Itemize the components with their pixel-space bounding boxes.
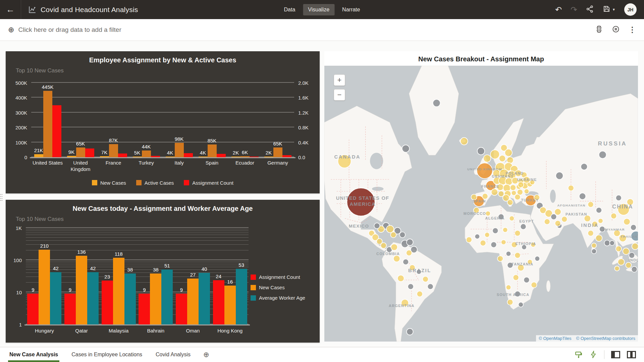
map-bubble[interactable]: [498, 191, 504, 197]
map-bubble[interactable]: [509, 216, 514, 221]
map-bubble[interactable]: [524, 189, 529, 194]
map-bubble[interactable]: [391, 244, 398, 251]
map-bubble[interactable]: [611, 213, 616, 219]
map-bubble[interactable]: [485, 232, 490, 237]
map-bubble[interactable]: [397, 275, 404, 282]
map-bubble[interactable]: [618, 259, 625, 265]
map-bubble[interactable]: [403, 259, 409, 265]
zoom-out-button[interactable]: −: [334, 89, 345, 101]
map-bubble[interactable]: [393, 255, 400, 262]
bar-active-cases[interactable]: [142, 150, 151, 157]
map-bubble[interactable]: [631, 266, 637, 272]
comments-icon[interactable]: [612, 25, 620, 35]
map-bubble[interactable]: [381, 243, 386, 248]
map-bubble[interactable]: [407, 328, 413, 335]
map-bubble[interactable]: [482, 193, 488, 199]
bar-active-cases[interactable]: [273, 147, 282, 157]
map-bubble[interactable]: [518, 182, 524, 188]
map-area[interactable]: CANADAUNITED STATES OFAMERICAMEXICOCOLOM…: [324, 66, 638, 342]
bar-assignment-count[interactable]: [282, 155, 291, 157]
undo-icon[interactable]: ↶: [555, 6, 562, 14]
bar-active-cases[interactable]: [240, 156, 250, 157]
map-bubble[interactable]: [581, 163, 588, 170]
bar-assignment-count[interactable]: [213, 280, 224, 325]
bar-assignment-count[interactable]: [184, 153, 193, 157]
map-bubble[interactable]: [624, 219, 630, 225]
bar-new-cases[interactable]: [187, 279, 199, 324]
map-bubble[interactable]: [408, 284, 414, 289]
bar-new-cases[interactable]: [76, 256, 87, 324]
bar-new-cases[interactable]: [231, 157, 240, 157]
legend-item-assignment-count[interactable]: Assignment Count: [251, 274, 300, 280]
map-bubble[interactable]: [592, 243, 597, 248]
map-bubble[interactable]: [524, 277, 529, 283]
map-bubble[interactable]: [503, 228, 508, 233]
map-bubble[interactable]: [480, 240, 486, 246]
map-bubble[interactable]: [428, 284, 433, 289]
map-bubble[interactable]: [491, 242, 496, 247]
map-bubble[interactable]: [535, 256, 540, 261]
openstreetmap-link[interactable]: © OpenStreetMap contributors: [576, 336, 636, 341]
bar-assignment-count[interactable]: [250, 157, 259, 157]
bar-average-worker-age[interactable]: [87, 272, 99, 324]
bar-assignment-count[interactable]: [102, 281, 113, 324]
map-bubble[interactable]: [475, 234, 480, 239]
share-icon[interactable]: [586, 5, 594, 14]
openmaptiles-link[interactable]: © OpenMapTiles: [539, 336, 571, 341]
map-bubble[interactable]: [386, 225, 394, 233]
map-bubble[interactable]: [592, 249, 597, 254]
map-bubble[interactable]: [506, 251, 511, 256]
map-bubble[interactable]: [626, 262, 631, 268]
map-bubble[interactable]: [616, 246, 622, 252]
map-bubble[interactable]: [505, 178, 513, 185]
bar-new-cases[interactable]: [224, 286, 236, 324]
bar-average-worker-age[interactable]: [124, 274, 136, 324]
bar-assignment-count[interactable]: [118, 154, 127, 157]
bar-assignment-count[interactable]: [176, 294, 187, 324]
map-bubble[interactable]: [499, 155, 506, 162]
map-bubble[interactable]: [604, 240, 610, 246]
legend-item-active-cases[interactable]: Active Cases: [136, 180, 174, 186]
canvas-style-icon[interactable]: [574, 351, 583, 359]
save-menu-button[interactable]: ▼: [603, 5, 615, 14]
add-canvas-button[interactable]: ⊕: [203, 351, 209, 359]
bar-new-cases[interactable]: [34, 154, 43, 157]
bar-new-cases[interactable]: [264, 157, 273, 157]
map-bubble[interactable]: [599, 151, 606, 159]
map-bubble[interactable]: [551, 214, 556, 220]
map-bubble[interactable]: [406, 250, 412, 256]
bar-new-cases[interactable]: [133, 157, 142, 157]
map-bubble[interactable]: [629, 252, 635, 258]
map-bubble[interactable]: [609, 241, 614, 246]
map-bubble[interactable]: [515, 194, 520, 200]
bar-new-cases[interactable]: [113, 258, 124, 324]
bar-assignment-count[interactable]: [85, 148, 94, 157]
map-bubble[interactable]: [544, 219, 550, 225]
bar-assignment-count[interactable]: [217, 154, 226, 157]
layout-left-panel-icon[interactable]: [611, 351, 620, 358]
map-bubble[interactable]: [507, 199, 513, 205]
map-bubble[interactable]: [588, 230, 593, 236]
bar-active-cases[interactable]: [208, 144, 217, 157]
tab-data[interactable]: Data: [279, 4, 301, 15]
map-bubble[interactable]: [561, 216, 567, 222]
map-bubble[interactable]: [596, 235, 602, 242]
map-bubble[interactable]: [568, 185, 574, 191]
map-bubble[interactable]: [492, 228, 498, 234]
map-bubble[interactable]: [510, 185, 516, 190]
canvas-tab-covid-analysis[interactable]: Covid Analysis: [154, 347, 192, 362]
map-bubble[interactable]: [490, 150, 499, 159]
bar-active-cases[interactable]: [76, 147, 85, 157]
bar-new-cases[interactable]: [150, 274, 161, 324]
map-bubble[interactable]: [579, 193, 586, 200]
bar-new-cases[interactable]: [199, 157, 208, 157]
map-bubble[interactable]: [461, 137, 468, 145]
back-button[interactable]: ←: [0, 0, 21, 19]
canvas-tab-new-case-analysis[interactable]: New Case Analysis: [8, 347, 59, 362]
map-bubble[interactable]: [614, 266, 620, 271]
add-filter-button[interactable]: ⊕ Click here or drag data to add a filte…: [8, 26, 121, 34]
map-bubble[interactable]: [554, 208, 561, 215]
map-bubble[interactable]: [632, 243, 638, 250]
auto-apply-icon[interactable]: [589, 351, 597, 359]
map-bubble[interactable]: [518, 302, 523, 307]
